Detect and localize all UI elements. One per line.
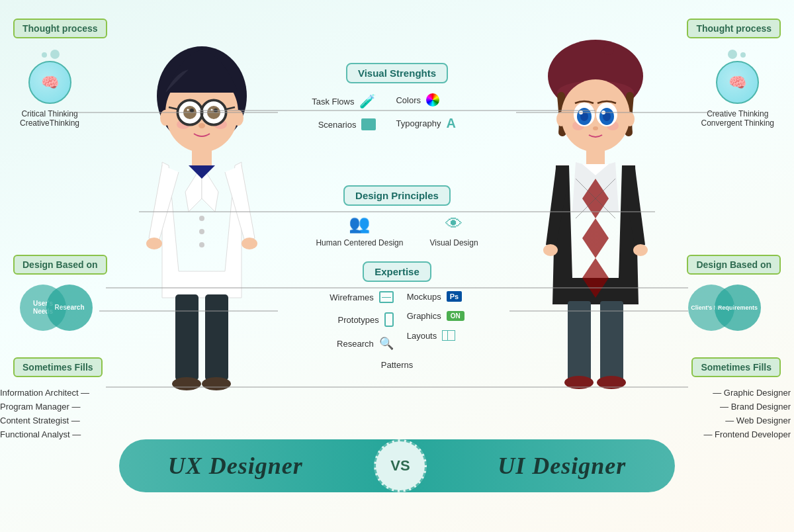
right-role-4: — Frontend Developer	[703, 429, 791, 439]
graphics-item: Graphics ON	[407, 311, 464, 321]
left-role-4: Functional Analyst —	[0, 429, 89, 439]
mockups-item: Mockups Ps	[407, 291, 463, 302]
ui-character	[536, 26, 655, 437]
phone-icon	[384, 312, 394, 327]
svg-point-43	[601, 111, 605, 114]
svg-rect-47	[586, 147, 605, 165]
wireframe-icon	[379, 291, 394, 303]
left-thought-item-1: Critical Thinking CreativeThinking	[20, 109, 79, 128]
ps-badge: Ps	[447, 291, 462, 302]
right-thought-process-box: Thought process	[687, 19, 781, 38]
svg-point-23	[199, 242, 204, 247]
svg-point-29	[202, 377, 231, 390]
design-principles-box: Design Principles	[343, 185, 451, 206]
scenarios-icon	[361, 118, 376, 130]
svg-point-42	[579, 111, 583, 114]
left-role-1: Information Architect —	[0, 388, 89, 398]
color-wheel-icon	[426, 93, 439, 107]
layouts-item: Layouts	[407, 330, 456, 341]
thought-dot-2	[50, 50, 60, 59]
visual-design-item: 👁 Visual Design	[429, 214, 478, 247]
bottom-banner: UX Designer VS UI Designer	[119, 439, 675, 492]
svg-point-55	[597, 376, 626, 389]
right-design-label: Design Based on	[687, 255, 781, 275]
left-thought-process-box: Thought process	[13, 19, 107, 38]
right-sometimes-box: Sometimes Fills	[691, 357, 781, 377]
left-sometimes-label: Sometimes Fills	[13, 357, 103, 377]
svg-point-51	[633, 244, 648, 256]
wireframes-item: Wireframes	[330, 291, 393, 303]
left-sometimes-list: Information Architect — Program Manager …	[0, 384, 89, 443]
right-brain-icon: 🧠	[716, 61, 759, 104]
left-venn: User's Needs Research	[20, 285, 99, 331]
research-item: Research 🔍	[337, 336, 394, 351]
svg-point-32	[603, 44, 614, 55]
svg-rect-53	[600, 301, 623, 380]
left-role-list: Information Architect — Program Manager …	[0, 388, 89, 439]
svg-point-19	[233, 110, 243, 126]
right-venn: Client's Needs Requirements	[688, 285, 774, 331]
visual-strengths-section: Visual Strenghts Task Flows 🧪 Scenarios …	[304, 63, 490, 131]
vs-circle: VS	[374, 439, 427, 492]
typography-icon: A	[446, 116, 455, 131]
scenarios-item: Scenarios	[318, 118, 376, 130]
vs-text: VS	[390, 457, 410, 474]
svg-point-24	[146, 238, 162, 249]
right-sometimes-label: Sometimes Fills	[691, 357, 781, 377]
prototypes-item: Prototypes	[338, 312, 394, 327]
svg-point-8	[190, 109, 194, 112]
task-flows-item: Task Flows 🧪	[312, 93, 376, 109]
thought-dot-1	[42, 52, 47, 58]
left-venn-circle2: Research	[46, 285, 93, 331]
right-role-list: — Graphic Designer — Brand Designer — We…	[703, 388, 791, 439]
svg-point-17	[198, 123, 205, 128]
flask-icon: 🧪	[359, 93, 376, 109]
svg-point-50	[543, 244, 558, 256]
svg-point-18	[160, 110, 171, 126]
svg-point-11	[211, 109, 213, 111]
expertise-box: Expertise	[363, 261, 431, 282]
magnify-icon: 🔍	[379, 336, 394, 351]
left-brain-area: 🧠 Critical Thinking CreativeThinking	[20, 50, 79, 128]
left-design-label: Design Based on	[13, 255, 107, 275]
right-venn-circle2: Requirements	[715, 285, 761, 331]
svg-point-54	[564, 376, 594, 389]
left-brain-icon: 🧠	[28, 61, 71, 104]
svg-point-6	[183, 106, 197, 119]
layout-icon	[442, 330, 455, 341]
ui-banner-text: UI Designer	[498, 452, 626, 480]
visual-strengths-box: Visual Strenghts	[346, 63, 448, 83]
colors-item: Colors	[396, 93, 439, 107]
svg-point-28	[172, 377, 201, 390]
right-brain-area: 🧠 Creative Thinking Convergent Thinking	[701, 50, 774, 128]
svg-point-10	[187, 109, 189, 111]
human-centered-item: 👥 Human Centered Design	[316, 214, 403, 247]
right-role-2: — Brand Designer	[703, 402, 791, 412]
svg-rect-20	[192, 146, 212, 165]
right-design-based-box: Design Based on	[687, 255, 781, 275]
svg-rect-52	[568, 301, 591, 380]
svg-point-45	[556, 112, 566, 126]
right-thought-dot-2	[728, 50, 737, 59]
svg-point-22	[199, 229, 204, 234]
svg-rect-26	[175, 294, 198, 380]
left-sometimes-box: Sometimes Fills	[13, 357, 103, 377]
left-role-2: Program Manager —	[0, 402, 89, 412]
expertise-section: Expertise Wireframes Prototypes Research…	[265, 261, 529, 371]
left-design-based-box: Design Based on	[13, 255, 107, 275]
right-role-1: — Graphic Designer	[703, 388, 791, 398]
svg-point-25	[242, 238, 257, 249]
patterns-item: Patterns	[265, 359, 529, 371]
on-badge: ON	[447, 311, 464, 321]
svg-point-46	[625, 112, 635, 126]
svg-point-44	[593, 126, 598, 130]
svg-point-7	[207, 106, 220, 119]
right-sometimes-list: — Graphic Designer — Brand Designer — We…	[703, 384, 791, 443]
right-role-3: — Web Designer	[703, 416, 791, 425]
right-thought-dot-1	[740, 52, 746, 58]
typography-item: Typography A	[396, 116, 455, 131]
left-thought-label: Thought process	[13, 19, 107, 38]
left-role-3: Content Strategist —	[0, 416, 89, 425]
people-icon: 👥	[349, 214, 370, 234]
design-principles-section: Design Principles 👥 Human Centered Desig…	[278, 185, 516, 247]
